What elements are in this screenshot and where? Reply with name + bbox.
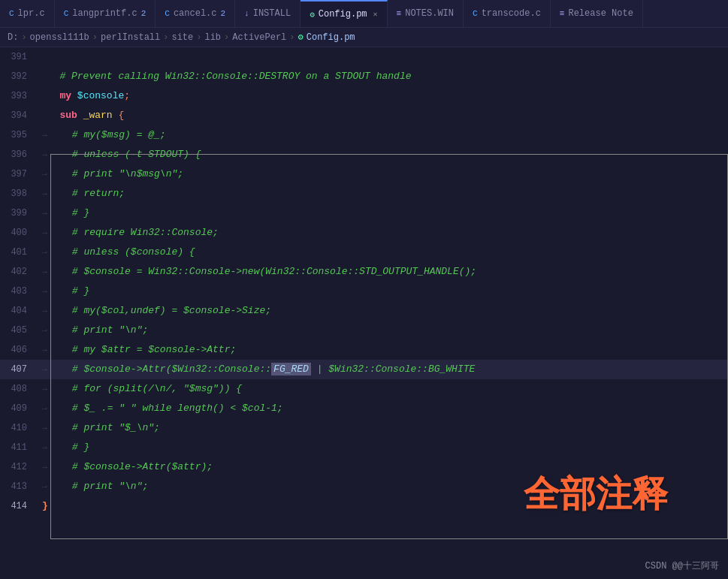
line-number-402: 402 [0,262,36,282]
line-number-405: 405 [0,321,36,340]
line-number-392: 392 [0,67,36,86]
code-line-394: 394 sub _warn { [0,106,728,125]
tab-langprintf[interactable]: C langprintf.c 2 [55,0,156,27]
line-number-401: 401 [0,243,36,262]
breadcrumb: D: › openssl111b › perlInstall › site › … [0,28,728,47]
line-content-410: → # print "$_\n"; [36,418,728,438]
tab-close-config[interactable]: ✕ [373,10,378,19]
code-line-404: 404 → # my($col,undef) = $console->Size; [0,301,728,321]
breadcrumb-perlinstall: perlInstall [101,32,160,43]
line-content-393: my $console; [36,86,728,106]
line-number-404: 404 [0,301,36,321]
tab-notes[interactable]: ≡ NOTES.WIN [388,0,464,27]
line-number-410: 410 [0,418,36,438]
line-content-408: → # for (split(/\n/, "$msg")) { [36,379,728,399]
code-line-393: 393 my $console; [0,86,728,106]
tab-bar: C lpr.c C langprintf.c 2 C cancel.c 2 ↓ … [0,0,728,28]
line-number-413: 413 [0,477,36,496]
code-line-391: 391 [0,47,728,67]
code-line-409: 409 → # $_ .= " " while length() < $col-… [0,399,728,418]
line-content-394: sub _warn { [36,106,728,125]
tab-label-transcode: transcode.c [482,8,541,19]
code-line-410: 410 → # print "$_\n"; [0,418,728,438]
breadcrumb-icon-pm: ⚙ [298,32,304,43]
tab-label-cancel: cancel.c [174,8,217,19]
code-line-397: 397 → # print "\n$msg\n"; [0,164,728,184]
tab-label-lpr: lpr.c [18,8,45,19]
line-number-400: 400 [0,223,36,243]
tab-transcode[interactable]: C transcode.c [464,0,551,27]
tab-label-config: Config.pm [319,9,367,20]
line-content-402: → # $console = Win32::Console->new(Win32… [36,262,728,282]
line-number-412: 412 [0,457,36,477]
breadcrumb-drive: D: [8,32,18,43]
line-number-394: 394 [0,106,36,125]
tab-label-langprintf: langprintf.c [72,8,137,19]
tab-badge-cancel: 2 [220,9,225,18]
tab-label-releasenote: Release Note [568,8,633,19]
tab-icon-langprintf: C [64,9,69,18]
tab-badge-langprintf: 2 [141,9,147,18]
line-number-395: 395 [0,125,36,145]
line-content-397: → # print "\n$msg\n"; [36,164,728,184]
line-content-400: → # require Win32::Console; [36,223,728,243]
line-number-409: 409 [0,399,36,418]
watermark-text: 全部注释 [524,470,668,518]
tab-lpr[interactable]: C lpr.c [0,0,55,27]
line-content-403: → # } [36,282,728,301]
tab-icon-transcode: C [473,9,478,18]
tab-icon-config: ⚙ [310,10,315,20]
line-number-406: 406 [0,340,36,360]
line-content-404: → # my($col,undef) = $console->Size; [36,301,728,321]
code-line-403: 403 → # } [0,282,728,301]
code-line-396: 396 → # unless (-t STDOUT) { [0,145,728,164]
line-number-399: 399 [0,204,36,223]
line-content-396: → # unless (-t STDOUT) { [36,145,728,164]
csdn-credit: CSDN @@十三阿哥 [645,559,719,572]
line-number-414: 414 [0,496,36,516]
tab-label-notes: NOTES.WIN [405,8,454,19]
line-content-399: → # } [36,204,728,223]
line-number-391: 391 [0,47,36,67]
tab-icon-notes: ≡ [397,9,402,18]
line-content-407: → # $console->Attr($Win32::Console::FG_R… [36,360,728,379]
line-content-395: → # my($msg) = @_; [36,125,728,145]
breadcrumb-file: Config.pm [307,32,355,43]
line-number-398: 398 [0,184,36,204]
tab-icon-cancel: C [165,9,170,18]
code-line-407: 407 → # $console->Attr($Win32::Console::… [0,360,728,379]
line-number-397: 397 [0,164,36,184]
line-number-411: 411 [0,438,36,457]
line-number-396: 396 [0,145,36,164]
tab-icon-install: ↓ [244,9,249,18]
tab-icon-lpr: C [9,9,14,18]
breadcrumb-activeperl: ActivePerl [232,32,286,43]
line-content-401: → # unless ($console) { [36,243,728,262]
line-number-393: 393 [0,86,36,106]
breadcrumb-openssl: openssl111b [30,32,89,43]
code-line-401: 401 → # unless ($console) { [0,243,728,262]
line-content-409: → # $_ .= " " while length() < $col-1; [36,399,728,418]
tab-icon-releasenote: ≡ [560,9,565,18]
tab-install[interactable]: ↓ INSTALL [235,0,301,27]
code-line-399: 399 → # } [0,204,728,223]
code-line-395: 395 → # my($msg) = @_; [0,125,728,145]
line-content-392: # Prevent calling Win32::Console::DESTRO… [36,67,728,86]
code-line-402: 402 → # $console = Win32::Console->new(W… [0,262,728,282]
tab-cancel[interactable]: C cancel.c 2 [156,0,235,27]
code-line-400: 400 → # require Win32::Console; [0,223,728,243]
code-area: 391 392 # Prevent calling Win32::Console… [0,47,728,578]
breadcrumb-lib: lib [204,32,221,43]
line-content-411: → # } [36,438,728,457]
line-content-405: → # print "\n"; [36,321,728,340]
tab-releasenote[interactable]: ≡ Release Note [551,0,643,27]
breadcrumb-site: site [171,32,193,43]
line-content-398: → # return; [36,184,728,204]
code-line-406: 406 → # my $attr = $console->Attr; [0,340,728,360]
line-number-407: 407 [0,360,36,379]
tab-config[interactable]: ⚙ Config.pm ✕ [301,0,387,27]
code-line-392: 392 # Prevent calling Win32::Console::DE… [0,67,728,86]
code-line-411: 411 → # } [0,438,728,457]
line-content-406: → # my $attr = $console->Attr; [36,340,728,360]
tab-label-install: INSTALL [253,8,291,19]
